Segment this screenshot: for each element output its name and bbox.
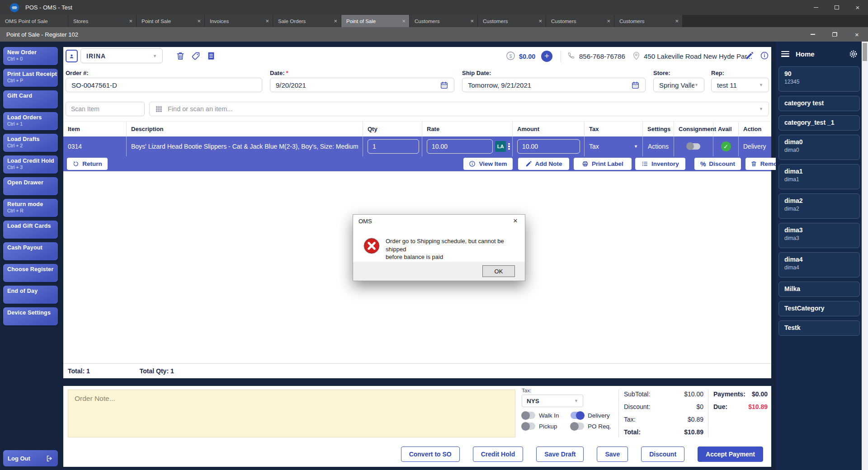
- tab-stores[interactable]: Stores×: [68, 15, 137, 27]
- load-gift-cards-button[interactable]: Load Gift Cards: [3, 221, 58, 239]
- order-note-input[interactable]: [68, 390, 515, 437]
- table-row[interactable]: 0314 Boys' Lizard Head Bootie Slippers -…: [63, 136, 771, 156]
- category-card[interactable]: dima0dima0: [778, 135, 860, 160]
- view-item-button[interactable]: View Item: [463, 158, 513, 170]
- cash-payout-button[interactable]: Cash Payout: [3, 242, 58, 260]
- save-draft-button[interactable]: Save Draft: [536, 446, 584, 462]
- category-card[interactable]: dima2dima2: [778, 193, 860, 219]
- menu-icon[interactable]: [781, 51, 789, 57]
- receipt-icon[interactable]: [206, 51, 217, 62]
- print-label-button[interactable]: Print Label: [574, 158, 632, 170]
- close-icon[interactable]: ×: [510, 216, 520, 226]
- new-order-button[interactable]: New OrderCtrl + 0: [3, 47, 58, 65]
- minimize-icon[interactable]: [806, 0, 826, 15]
- walk-in-toggle[interactable]: [522, 412, 535, 419]
- po-req-toggle[interactable]: [571, 423, 584, 430]
- save-button[interactable]: Save: [597, 446, 628, 462]
- category-card[interactable]: dima1dima1: [778, 164, 860, 189]
- rate-input[interactable]: 10.00: [427, 139, 493, 154]
- pickup-toggle[interactable]: [522, 423, 535, 430]
- tab-customers-4[interactable]: Customers×: [614, 15, 683, 27]
- gift-card-button[interactable]: Gift Card: [3, 90, 58, 108]
- add-note-button[interactable]: Add Note: [518, 158, 569, 170]
- scrollbar-thumb[interactable]: [863, 43, 867, 61]
- end-of-day-button[interactable]: End of Day: [3, 286, 58, 304]
- customer-select[interactable]: IRINA ▼: [80, 48, 163, 63]
- rep-select[interactable]: test 11 ▼: [711, 78, 769, 92]
- find-item-select[interactable]: Find or scan an item... ▼: [149, 102, 769, 116]
- add-payment-icon[interactable]: +: [541, 51, 552, 62]
- tab-close-icon[interactable]: ×: [402, 18, 406, 24]
- category-card[interactable]: TestCategory: [778, 301, 860, 316]
- log-out-button[interactable]: Log Out: [3, 450, 58, 466]
- tab-close-icon[interactable]: ×: [675, 18, 679, 24]
- tab-customers-2[interactable]: Customers×: [478, 15, 546, 27]
- tab-invoices[interactable]: Invoices×: [205, 15, 273, 27]
- consignment-toggle[interactable]: [687, 143, 700, 150]
- date-input[interactable]: 9/20/2021: [270, 78, 454, 92]
- qty-input[interactable]: 1: [368, 139, 419, 154]
- tax-group-select[interactable]: NYS ▼: [522, 395, 583, 407]
- category-card[interactable]: Milka: [778, 282, 860, 297]
- load-credit-hold-button[interactable]: Load Credit HoldCtrl + 3: [3, 155, 58, 174]
- choose-register-button[interactable]: Choose Register: [3, 264, 58, 282]
- tab-close-icon[interactable]: ×: [265, 18, 269, 24]
- accept-payment-button[interactable]: Accept Payment: [698, 446, 763, 462]
- inventory-button[interactable]: Inventory: [635, 158, 685, 170]
- tab-customers-1[interactable]: Customers×: [410, 15, 478, 27]
- ship-date-input[interactable]: Tomorrow, 9/21/2021: [462, 78, 646, 92]
- calendar-icon[interactable]: [631, 81, 640, 89]
- credit-hold-button[interactable]: Credit Hold: [473, 446, 523, 462]
- line-discount-button[interactable]: % Discount: [694, 158, 741, 170]
- category-card[interactable]: 9012345: [778, 66, 860, 92]
- calendar-icon[interactable]: [440, 81, 448, 89]
- maximize-icon[interactable]: [826, 0, 847, 15]
- tab-close-icon[interactable]: ×: [197, 18, 201, 24]
- price-level-badge[interactable]: LA: [495, 141, 506, 152]
- order-number-input[interactable]: SO-0047561-D: [66, 78, 262, 92]
- edit-customer-icon[interactable]: [745, 51, 755, 61]
- scrollbar[interactable]: [862, 42, 868, 470]
- store-select[interactable]: Spring Valle ▼: [653, 78, 704, 92]
- return-button[interactable]: Return: [67, 158, 108, 170]
- category-card[interactable]: dima3dima3: [778, 223, 860, 248]
- tab-close-icon[interactable]: ×: [470, 18, 474, 24]
- tab-customers-3[interactable]: Customers×: [546, 15, 614, 27]
- category-card[interactable]: category_test _1: [778, 115, 860, 131]
- ok-button[interactable]: OK: [482, 265, 515, 277]
- customer-card-button[interactable]: [66, 50, 78, 62]
- tab-point-of-sale-active[interactable]: Point of Sale×: [341, 15, 410, 27]
- open-drawer-button[interactable]: Open Drawer: [3, 177, 58, 195]
- tab-close-icon[interactable]: ×: [538, 18, 542, 24]
- load-orders-button[interactable]: Load OrdersCtrl + 1: [3, 112, 58, 130]
- category-card[interactable]: category test: [778, 96, 860, 111]
- amount-input[interactable]: 10.00: [517, 139, 580, 154]
- tab-sale-orders[interactable]: Sale Orders×: [273, 15, 341, 27]
- tab-close-icon[interactable]: ×: [129, 18, 132, 24]
- close-icon[interactable]: ×: [847, 0, 868, 15]
- info-icon[interactable]: [760, 51, 770, 61]
- category-card[interactable]: Testk: [778, 320, 860, 336]
- tab-point-of-sale[interactable]: Point of Sale×: [137, 15, 205, 27]
- print-last-receipt-button[interactable]: Print Last ReceiptCtrl + P: [3, 69, 58, 87]
- restore-icon[interactable]: [824, 27, 846, 42]
- delete-customer-icon[interactable]: [175, 51, 186, 62]
- tab-oms-point-of-sale[interactable]: OMS Point of Sale: [0, 15, 68, 27]
- category-card[interactable]: dima4dima4: [778, 252, 860, 277]
- gear-icon[interactable]: [849, 49, 858, 59]
- tax-select[interactable]: Tax ▼: [585, 136, 643, 156]
- load-drafts-button[interactable]: Load DraftsCtrl + 2: [3, 134, 58, 152]
- tag-icon[interactable]: [191, 51, 202, 62]
- delivery-toggle[interactable]: [571, 412, 584, 419]
- settings-actions-button[interactable]: Actions: [643, 136, 674, 156]
- tab-close-icon[interactable]: ×: [607, 18, 610, 24]
- tab-close-icon[interactable]: ×: [334, 18, 337, 24]
- scan-item-input[interactable]: [66, 102, 145, 116]
- close-icon[interactable]: ×: [846, 27, 868, 42]
- minimize-icon[interactable]: [802, 27, 824, 42]
- device-settings-button[interactable]: Device Settings: [3, 307, 58, 325]
- discount-button[interactable]: Discount: [641, 446, 684, 462]
- more-options-icon[interactable]: [508, 143, 510, 150]
- convert-to-so-button[interactable]: Convert to SO: [401, 446, 460, 462]
- return-mode-button[interactable]: Return modeCtrl + R: [3, 199, 58, 217]
